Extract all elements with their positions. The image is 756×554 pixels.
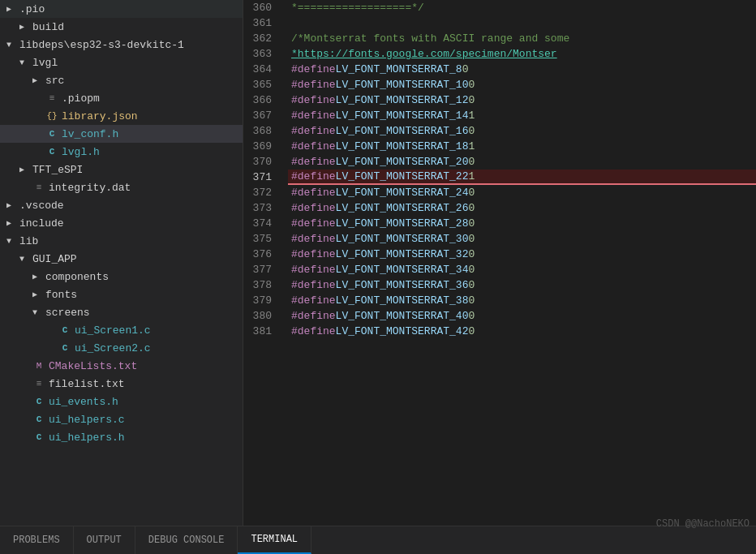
sidebar-item-label: .pio: [19, 3, 45, 15]
sidebar-item-components[interactable]: ▶ components: [0, 268, 243, 286]
sidebar-item-label: ui_events.h: [49, 396, 118, 408]
keyword-token: #define: [291, 185, 336, 200]
macro-token: LV_FONT_MONTSERRAT_34: [336, 262, 469, 277]
arrow-icon: ▶: [6, 4, 19, 14]
macro-token: LV_FONT_MONTSERRAT_14: [336, 108, 469, 123]
line-number: 377: [243, 262, 280, 277]
bottom-tab-debug-console[interactable]: DEBUG CONSOLE: [135, 526, 238, 554]
bottom-tab-problems[interactable]: PROBLEMS: [0, 526, 74, 554]
sidebar-item-library-json[interactable]: {}library.json: [0, 107, 243, 125]
number-token: 1: [468, 139, 475, 154]
sidebar-item-lib[interactable]: ▼ lib: [0, 232, 243, 250]
keyword-token: #define: [291, 62, 336, 77]
keyword-token: #define: [291, 123, 336, 139]
line-number: 361: [243, 15, 280, 31]
sidebar-item-label: components: [45, 271, 109, 283]
sidebar-item-label: .vscode: [19, 200, 64, 212]
code-line: /*Montserrat fonts with ASCII range and …: [288, 31, 756, 46]
sidebar-item-fonts[interactable]: ▶ fonts: [0, 286, 243, 303]
sidebar-item-filelist[interactable]: ≡filelist.txt: [0, 375, 243, 393]
sidebar-item-label: screens: [45, 307, 90, 319]
macro-token: LV_FONT_MONTSERRAT_10: [336, 77, 469, 92]
arrow-icon: ▼: [6, 237, 19, 246]
macro-token: LV_FONT_MONTSERRAT_28: [336, 216, 469, 231]
sidebar-item-label: build: [32, 21, 64, 33]
sidebar-item-label: ui_helpers.h: [49, 432, 125, 444]
sidebar-item-label: libdeps\esp32-s3-devkitc-1: [19, 39, 184, 51]
code-line: *==================*/: [288, 0, 756, 15]
number-token: 0: [468, 77, 475, 92]
code-area: *==================*//*Montserrat fonts …: [288, 0, 756, 526]
sidebar-item-label: lvgl.h: [62, 146, 100, 158]
code-line: #define LV_FONT_MONTSERRAT_30 0: [288, 231, 756, 247]
sidebar-item-vscode[interactable]: ▶ .vscode: [0, 196, 243, 214]
sidebar-item-label: TFT_eSPI: [32, 164, 83, 176]
sidebar-item-pio[interactable]: ▶ .pio: [0, 0, 243, 18]
sidebar-item-label: filelist.txt: [49, 378, 125, 390]
number-token: 0: [468, 200, 475, 216]
bottom-tab-output[interactable]: OUTPUT: [74, 526, 135, 554]
sidebar-item-gui-app[interactable]: ▼ GUI_APP: [0, 250, 243, 268]
line-number: 376: [243, 247, 280, 262]
macro-token: LV_FONT_MONTSERRAT_18: [336, 139, 469, 154]
sidebar-item-piopm[interactable]: ≡.piopm: [0, 89, 243, 107]
c-icon: C: [32, 431, 45, 444]
code-line: [288, 15, 756, 31]
keyword-token: #define: [291, 154, 336, 170]
c-icon: C: [32, 413, 45, 426]
line-number: 374: [243, 216, 280, 231]
sidebar-item-lvgl[interactable]: ▼ lvgl: [0, 54, 243, 71]
json-icon: {}: [45, 110, 58, 122]
sidebar-item-ui-screen1[interactable]: Cui_Screen1.c: [0, 321, 243, 339]
number-token: 0: [468, 247, 475, 262]
keyword-token: #define: [291, 169, 336, 184]
sidebar-item-label: library.json: [62, 110, 138, 122]
code-line: #define LV_FONT_MONTSERRAT_24 0: [288, 185, 756, 200]
editor-content: 3603613623633643653663673683693703713723…: [243, 0, 756, 526]
code-line: *https://fonts.google.com/specimen/Monts…: [288, 46, 756, 62]
sidebar-item-ui-events[interactable]: Cui_events.h: [0, 393, 243, 410]
sidebar-item-tft-espi[interactable]: ▶ TFT_eSPI: [0, 161, 243, 178]
sidebar-item-label: .piopm: [62, 92, 100, 105]
macro-token: LV_FONT_MONTSERRAT_24: [336, 185, 469, 200]
line-number: 370: [243, 154, 280, 170]
sidebar-item-integrity[interactable]: ≡integrity.dat: [0, 178, 243, 196]
sidebar-item-build[interactable]: ▶ build: [0, 18, 243, 36]
keyword-token: #define: [291, 139, 336, 154]
sidebar-item-lvgl-h[interactable]: Clvgl.h: [0, 143, 243, 161]
macro-token: LV_FONT_MONTSERRAT_36: [336, 277, 469, 293]
list-icon-icon: ≡: [32, 181, 45, 194]
arrow-icon: ▶: [32, 75, 45, 85]
c-icon: C: [58, 324, 71, 337]
watermark: CSDN @@NachoNEKO: [656, 518, 750, 530]
macro-token: LV_FONT_MONTSERRAT_12: [336, 92, 469, 108]
macro-token: LV_FONT_MONTSERRAT_40: [336, 308, 469, 324]
sidebar-item-libdeps[interactable]: ▼ libdeps\esp32-s3-devkitc-1: [0, 36, 243, 54]
sidebar-item-src[interactable]: ▶ src: [0, 71, 243, 89]
number-token: 0: [468, 185, 475, 200]
macro-token: LV_FONT_MONTSERRAT_16: [336, 123, 469, 139]
sidebar: ▶ .pio▶ build▼ libdeps\esp32-s3-devkitc-…: [0, 0, 243, 526]
arrow-icon: ▶: [32, 272, 45, 281]
arrow-icon: ▶: [6, 218, 19, 228]
sidebar-item-cmakelists[interactable]: MCMakeLists.txt: [0, 357, 243, 375]
c-icon: C: [58, 341, 71, 354]
sidebar-item-ui-screen2[interactable]: Cui_Screen2.c: [0, 339, 243, 357]
line-numbers: 3603613623633643653663673683693703713723…: [243, 0, 288, 526]
macro-token: LV_FONT_MONTSERRAT_32: [336, 247, 469, 262]
macro-token: LV_FONT_MONTSERRAT_20: [336, 154, 469, 170]
line-number: 369: [243, 139, 280, 154]
line-number: 366: [243, 92, 280, 108]
bottom-tab-terminal[interactable]: TERMINAL: [238, 526, 311, 554]
number-token: 0: [468, 92, 475, 108]
sidebar-item-ui-helpers-c[interactable]: Cui_helpers.c: [0, 410, 243, 428]
sidebar-item-lv_conf[interactable]: Clv_conf.h: [0, 125, 243, 143]
keyword-token: #define: [291, 293, 336, 308]
number-token: 1: [468, 108, 475, 123]
sidebar-item-screens[interactable]: ▼ screens: [0, 303, 243, 321]
number-token: 1: [468, 169, 475, 184]
sidebar-item-ui-helpers-h[interactable]: Cui_helpers.h: [0, 428, 243, 446]
sidebar-item-include[interactable]: ▶ include: [0, 214, 243, 232]
sidebar-item-label: lv_conf.h: [62, 128, 118, 140]
list-icon-icon: ≡: [45, 92, 58, 105]
